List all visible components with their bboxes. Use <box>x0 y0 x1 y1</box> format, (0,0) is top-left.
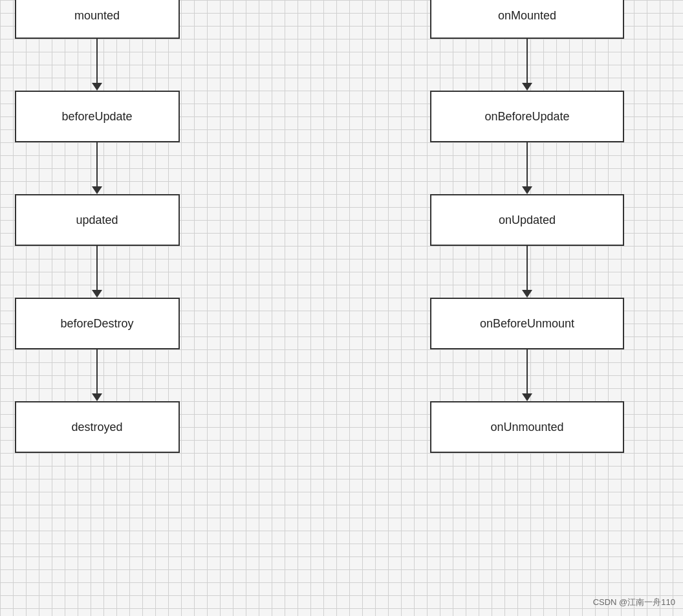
arrow-line <box>96 246 98 290</box>
node-beforedestroy-label: beforeDestroy <box>60 317 133 331</box>
arrow-onmounted-onbeforeupdate <box>522 39 532 91</box>
node-onbeforeupdate: onBeforeUpdate <box>430 91 624 142</box>
watermark: CSDN @江南一舟110 <box>593 597 675 608</box>
arrow-line <box>96 142 98 186</box>
arrow-beforedestroy-destroyed <box>92 349 102 401</box>
node-beforeupdate-label: beforeUpdate <box>61 110 132 124</box>
arrow-head <box>522 186 532 194</box>
arrow-head <box>92 83 102 91</box>
node-onbeforeunmount: onBeforeUnmount <box>430 298 624 349</box>
arrow-line <box>96 39 98 83</box>
arrow-onbeforeupdate-onupdated <box>522 142 532 194</box>
arrow-head <box>522 83 532 91</box>
node-onbeforeupdate-label: onBeforeUpdate <box>484 110 569 124</box>
arrow-head <box>92 393 102 401</box>
arrow-line <box>526 142 528 186</box>
arrow-head <box>92 186 102 194</box>
node-onmounted-label: onMounted <box>498 9 556 23</box>
diagram-container: mounted beforeUpdate updated beforeDestr… <box>0 0 683 616</box>
arrow-line <box>526 246 528 290</box>
node-updated-label: updated <box>76 214 118 227</box>
arrow-head <box>92 290 102 298</box>
node-destroyed-label: destroyed <box>71 421 122 434</box>
arrow-onbeforeunmount-onunmounted <box>522 349 532 401</box>
arrow-mounted-beforeupdate <box>92 39 102 91</box>
arrow-head <box>522 393 532 401</box>
node-onupdated-label: onUpdated <box>499 214 556 227</box>
node-updated: updated <box>15 194 180 246</box>
node-onmounted: onMounted <box>430 0 624 39</box>
arrow-updated-beforedestroy <box>92 246 102 298</box>
node-onunmounted-label: onUnmounted <box>490 421 563 434</box>
node-mounted-label: mounted <box>74 9 120 23</box>
node-beforeupdate: beforeUpdate <box>15 91 180 142</box>
arrow-line <box>526 349 528 393</box>
node-onunmounted: onUnmounted <box>430 401 624 453</box>
node-onbeforeunmount-label: onBeforeUnmount <box>480 317 574 331</box>
node-destroyed: destroyed <box>15 401 180 453</box>
arrow-line <box>96 349 98 393</box>
arrow-onupdated-onbeforeunmount <box>522 246 532 298</box>
arrow-beforeupdate-updated <box>92 142 102 194</box>
right-flow-column: onMounted onBeforeUpdate onUpdated onBef… <box>414 0 640 453</box>
left-flow-column: mounted beforeUpdate updated beforeDestr… <box>6 0 188 453</box>
arrow-line <box>526 39 528 83</box>
node-mounted: mounted <box>15 0 180 39</box>
node-beforedestroy: beforeDestroy <box>15 298 180 349</box>
node-onupdated: onUpdated <box>430 194 624 246</box>
arrow-head <box>522 290 532 298</box>
